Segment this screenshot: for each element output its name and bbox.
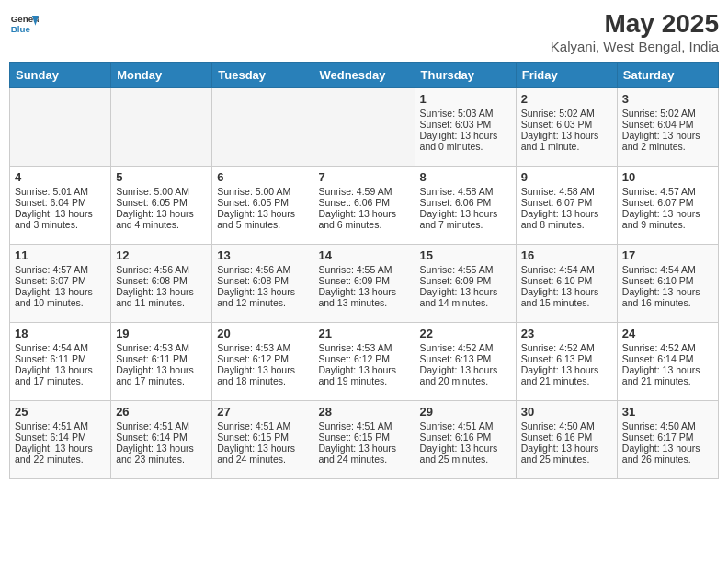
cell-line: and 24 minutes. xyxy=(318,454,409,465)
calendar-cell: 18Sunrise: 4:54 AMSunset: 6:11 PMDayligh… xyxy=(10,323,111,401)
cell-line: Sunset: 6:14 PM xyxy=(116,431,207,442)
cell-line: Sunset: 6:08 PM xyxy=(116,275,207,286)
calendar-cell: 9Sunrise: 4:58 AMSunset: 6:07 PMDaylight… xyxy=(516,167,617,245)
day-number: 28 xyxy=(318,405,409,419)
calendar-cell: 5Sunrise: 5:00 AMSunset: 6:05 PMDaylight… xyxy=(111,167,212,245)
calendar-cell: 14Sunrise: 4:55 AMSunset: 6:09 PMDayligh… xyxy=(313,245,415,323)
cell-line: Sunset: 6:07 PM xyxy=(15,275,106,286)
day-number: 31 xyxy=(622,405,713,419)
cell-line: Sunset: 6:06 PM xyxy=(420,197,511,208)
cell-line: Sunset: 6:04 PM xyxy=(622,119,713,130)
logo-icon: General Blue xyxy=(9,9,39,39)
logo: General Blue xyxy=(9,9,39,39)
cell-line: Sunset: 6:08 PM xyxy=(217,275,308,286)
calendar-cell: 21Sunrise: 4:53 AMSunset: 6:12 PMDayligh… xyxy=(313,323,415,401)
day-number: 23 xyxy=(521,327,612,340)
calendar-cell: 3Sunrise: 5:02 AMSunset: 6:04 PMDaylight… xyxy=(617,88,718,167)
calendar-cell: 31Sunrise: 4:50 AMSunset: 6:17 PMDayligh… xyxy=(617,401,718,479)
cell-line: and 22 minutes. xyxy=(15,454,106,465)
cell-line: and 20 minutes. xyxy=(420,375,511,386)
title-area: May 2025 Kalyani, West Bengal, India xyxy=(551,9,719,54)
day-number: 21 xyxy=(318,327,409,340)
calendar-cell: 24Sunrise: 4:52 AMSunset: 6:14 PMDayligh… xyxy=(617,323,718,401)
cell-line: and 25 minutes. xyxy=(521,454,612,465)
cell-line: and 26 minutes. xyxy=(622,454,713,465)
cell-line: Sunrise: 4:51 AM xyxy=(420,420,511,431)
cell-line: Daylight: 13 hours xyxy=(116,208,207,219)
cell-line: Daylight: 13 hours xyxy=(217,208,308,219)
cell-line: Daylight: 13 hours xyxy=(420,442,511,454)
cell-line: Sunset: 6:15 PM xyxy=(217,431,308,442)
cell-line: Sunset: 6:17 PM xyxy=(622,431,713,442)
calendar-cell: 27Sunrise: 4:51 AMSunset: 6:15 PMDayligh… xyxy=(212,401,313,479)
cell-line: Daylight: 13 hours xyxy=(420,286,511,297)
calendar-cell: 6Sunrise: 5:00 AMSunset: 6:05 PMDaylight… xyxy=(212,167,313,245)
day-number: 8 xyxy=(420,170,511,184)
calendar-cell: 19Sunrise: 4:53 AMSunset: 6:11 PMDayligh… xyxy=(111,323,212,401)
cell-line: Daylight: 13 hours xyxy=(116,364,207,375)
calendar-cell xyxy=(212,88,313,167)
cell-line: Sunrise: 4:53 AM xyxy=(116,342,207,353)
cell-line: Sunrise: 4:56 AM xyxy=(116,264,207,275)
cell-line: and 0 minutes. xyxy=(420,141,511,152)
day-number: 6 xyxy=(217,170,308,184)
cell-line: Sunrise: 4:52 AM xyxy=(622,342,713,353)
cell-line: and 18 minutes. xyxy=(217,375,308,386)
cell-line: Sunrise: 4:58 AM xyxy=(521,186,612,197)
cell-line: Sunrise: 4:54 AM xyxy=(622,264,713,275)
cell-line: Sunrise: 5:02 AM xyxy=(521,108,612,119)
cell-line: Sunrise: 4:51 AM xyxy=(15,420,106,431)
cell-line: and 21 minutes. xyxy=(622,375,713,386)
col-header-tuesday: Tuesday xyxy=(212,63,313,88)
cell-line: Sunset: 6:04 PM xyxy=(15,197,106,208)
cell-line: Sunset: 6:16 PM xyxy=(420,431,511,442)
cell-line: and 21 minutes. xyxy=(521,375,612,386)
cell-line: Daylight: 13 hours xyxy=(217,286,308,297)
cell-line: and 24 minutes. xyxy=(217,454,308,465)
day-number: 10 xyxy=(622,170,713,184)
calendar-cell: 17Sunrise: 4:54 AMSunset: 6:10 PMDayligh… xyxy=(617,245,718,323)
cell-line: Daylight: 13 hours xyxy=(521,130,612,141)
calendar-cell: 25Sunrise: 4:51 AMSunset: 6:14 PMDayligh… xyxy=(10,401,111,479)
cell-line: Daylight: 13 hours xyxy=(15,364,106,375)
cell-line: Daylight: 13 hours xyxy=(622,442,713,454)
day-number: 20 xyxy=(217,327,308,340)
cell-line: Sunrise: 4:52 AM xyxy=(521,342,612,353)
week-row-2: 4Sunrise: 5:01 AMSunset: 6:04 PMDaylight… xyxy=(10,167,719,245)
day-number: 11 xyxy=(15,248,106,262)
cell-line: Sunset: 6:13 PM xyxy=(521,353,612,364)
calendar-table: SundayMondayTuesdayWednesdayThursdayFrid… xyxy=(9,62,719,479)
cell-line: Daylight: 13 hours xyxy=(622,286,713,297)
day-number: 9 xyxy=(521,170,612,184)
calendar-cell: 26Sunrise: 4:51 AMSunset: 6:14 PMDayligh… xyxy=(111,401,212,479)
week-row-1: 1Sunrise: 5:03 AMSunset: 6:03 PMDaylight… xyxy=(10,88,719,167)
cell-line: Sunset: 6:10 PM xyxy=(521,275,612,286)
cell-line: Sunset: 6:06 PM xyxy=(318,197,409,208)
cell-line: Sunset: 6:11 PM xyxy=(15,353,106,364)
day-number: 5 xyxy=(116,170,207,184)
cell-line: Sunrise: 5:03 AM xyxy=(420,108,511,119)
calendar-cell xyxy=(111,88,212,167)
cell-line: and 15 minutes. xyxy=(521,297,612,308)
cell-line: Sunset: 6:10 PM xyxy=(622,275,713,286)
cell-line: Sunrise: 5:00 AM xyxy=(217,186,308,197)
cell-line: Sunrise: 4:56 AM xyxy=(217,264,308,275)
day-number: 30 xyxy=(521,405,612,419)
cell-line: Daylight: 13 hours xyxy=(116,286,207,297)
cell-line: and 7 minutes. xyxy=(420,219,511,230)
col-header-monday: Monday xyxy=(111,63,212,88)
day-number: 1 xyxy=(420,92,511,106)
cell-line: and 2 minutes. xyxy=(622,141,713,152)
cell-line: and 5 minutes. xyxy=(217,219,308,230)
cell-line: and 17 minutes. xyxy=(116,375,207,386)
cell-line: Sunrise: 4:53 AM xyxy=(217,342,308,353)
cell-line: Daylight: 13 hours xyxy=(217,364,308,375)
calendar-cell: 8Sunrise: 4:58 AMSunset: 6:06 PMDaylight… xyxy=(415,167,516,245)
cell-line: Daylight: 13 hours xyxy=(217,442,308,454)
cell-line: Daylight: 13 hours xyxy=(116,442,207,454)
calendar-cell: 7Sunrise: 4:59 AMSunset: 6:06 PMDaylight… xyxy=(313,167,415,245)
cell-line: Daylight: 13 hours xyxy=(15,442,106,454)
day-number: 27 xyxy=(217,405,308,419)
cell-line: Daylight: 13 hours xyxy=(622,130,713,141)
day-number: 29 xyxy=(420,405,511,419)
